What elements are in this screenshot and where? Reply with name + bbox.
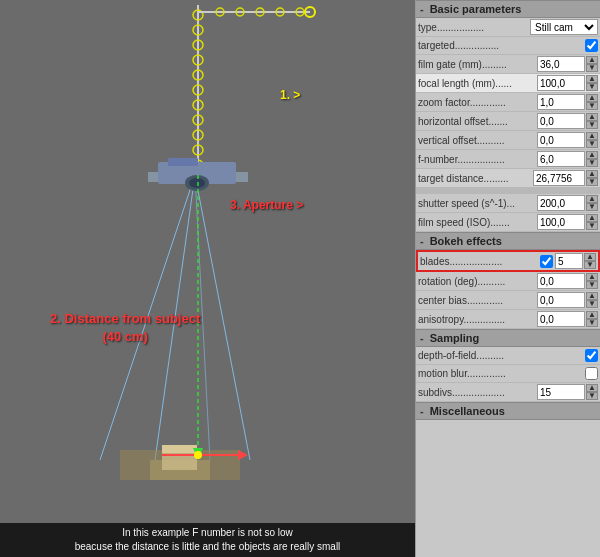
subdivs-spinner: ▲ ▼ [586, 384, 598, 400]
anisotropy-input[interactable] [537, 311, 585, 327]
svg-point-18 [216, 8, 224, 16]
filmspeed-spinner: ▲ ▼ [586, 214, 598, 230]
svg-point-22 [296, 8, 304, 16]
svg-marker-35 [238, 450, 248, 460]
svg-point-20 [256, 8, 264, 16]
svg-point-9 [193, 55, 203, 65]
svg-point-13 [193, 115, 203, 125]
param-targeted-row: targeted................ [416, 37, 600, 55]
bokeh-header: - Bokeh effects [416, 232, 600, 250]
param-rotation-row: rotation (deg).......... ▲ ▼ [416, 272, 600, 291]
filmgate-spin-down[interactable]: ▼ [586, 64, 598, 72]
anisotropy-spin-down[interactable]: ▼ [586, 319, 598, 327]
blades-spinner: ▲ ▼ [584, 253, 596, 269]
param-targetdist-row: target distance......... ▲ ▼ [416, 169, 600, 188]
blades-checkbox[interactable] [540, 255, 553, 268]
subdivs-spin-down[interactable]: ▼ [586, 392, 598, 400]
rotation-input[interactable] [537, 273, 585, 289]
fnumber-spin-down[interactable]: ▼ [586, 159, 598, 167]
collapse-sampling-icon[interactable]: - [420, 332, 424, 344]
param-fnumber-value: ▲ ▼ [537, 151, 598, 167]
annotation-2: 2. Distance from subject (40 cm) [50, 310, 200, 346]
collapse-basic-icon[interactable]: - [420, 3, 424, 15]
param-shutter-label: shutter speed (s^-1)... [418, 198, 537, 209]
param-targetdist-value: ▲ ▼ [533, 170, 598, 186]
param-anisotropy-row: anisotropy............... ▲ ▼ [416, 310, 600, 329]
voffset-spin-down[interactable]: ▼ [586, 140, 598, 148]
centerbias-spinner: ▲ ▼ [586, 292, 598, 308]
svg-point-16 [193, 160, 203, 170]
hoffset-spin-down[interactable]: ▼ [586, 121, 598, 129]
focallength-spin-down[interactable]: ▼ [586, 83, 598, 91]
filmspeed-input[interactable] [537, 214, 585, 230]
param-zoom-label: zoom factor............. [418, 97, 537, 108]
rotation-spin-down[interactable]: ▼ [586, 281, 598, 289]
param-motionblur-label: motion blur.............. [418, 368, 585, 379]
param-type-row: type................. Still cam Movie ca… [416, 18, 600, 37]
svg-point-36 [194, 451, 202, 459]
caption: In this example F number is not so low b… [0, 523, 415, 557]
param-voffset-value: ▲ ▼ [537, 132, 598, 148]
shutter-spin-down[interactable]: ▼ [586, 203, 598, 211]
voffset-input[interactable] [537, 132, 585, 148]
targetdist-spin-down[interactable]: ▼ [586, 178, 598, 186]
param-hoffset-value: ▲ ▼ [537, 113, 598, 129]
sampling-header: - Sampling [416, 329, 600, 347]
param-filmspeed-value: ▲ ▼ [537, 214, 598, 230]
collapse-bokeh-icon[interactable]: - [420, 235, 424, 247]
type-dropdown[interactable]: Still cam Movie cam [530, 19, 598, 35]
fnumber-input[interactable] [537, 151, 585, 167]
param-centerbias-value: ▲ ▼ [537, 292, 598, 308]
svg-point-12 [193, 100, 203, 110]
voffset-spinner: ▲ ▼ [586, 132, 598, 148]
motionblur-checkbox[interactable] [585, 367, 598, 380]
param-anisotropy-value: ▲ ▼ [537, 311, 598, 327]
targeted-checkbox[interactable] [585, 39, 598, 52]
svg-marker-33 [193, 448, 203, 460]
param-dof-row: depth-of-field.......... [416, 347, 600, 365]
targetdist-input[interactable] [533, 170, 585, 186]
basic-params-header: - Basic parameters [416, 0, 600, 18]
hoffset-input[interactable] [537, 113, 585, 129]
zoom-spinner: ▲ ▼ [586, 94, 598, 110]
param-type-label: type................. [418, 22, 530, 33]
param-dof-value [585, 349, 598, 362]
annotation-3: 3. Aperture > [230, 198, 303, 212]
svg-point-21 [276, 8, 284, 16]
blades-input[interactable] [555, 253, 583, 269]
param-filmspeed-label: film speed (ISO)....... [418, 217, 537, 228]
svg-point-8 [193, 40, 203, 50]
param-centerbias-label: center bias............. [418, 295, 537, 306]
centerbias-input[interactable] [537, 292, 585, 308]
svg-point-11 [193, 85, 203, 95]
focallength-input[interactable] [537, 75, 585, 91]
rotation-spinner: ▲ ▼ [586, 273, 598, 289]
param-rotation-label: rotation (deg).......... [418, 276, 537, 287]
svg-rect-29 [150, 460, 210, 480]
svg-point-6 [193, 10, 203, 20]
bokeh-title: Bokeh effects [430, 235, 502, 247]
subdivs-input[interactable] [537, 384, 585, 400]
centerbias-spin-down[interactable]: ▼ [586, 300, 598, 308]
svg-point-14 [193, 130, 203, 140]
collapse-misc-icon[interactable]: - [420, 405, 424, 417]
param-subdivs-label: subdivs................... [418, 387, 537, 398]
dof-checkbox[interactable] [585, 349, 598, 362]
param-voffset-label: vertical offset.......... [418, 135, 537, 146]
filmspeed-spin-down[interactable]: ▼ [586, 222, 598, 230]
param-targeted-label: targeted................ [418, 40, 585, 51]
param-fnumber-row: f-number................. ▲ ▼ [416, 150, 600, 169]
zoom-input[interactable] [537, 94, 585, 110]
svg-rect-25 [168, 158, 198, 166]
shutter-input[interactable] [537, 195, 585, 211]
param-zoom-value: ▲ ▼ [537, 94, 598, 110]
param-focallength-row: focal length (mm)...... ▲ ▼ [416, 74, 600, 93]
param-rotation-value: ▲ ▼ [537, 273, 598, 289]
blades-spin-down[interactable]: ▼ [584, 261, 596, 269]
param-voffset-row: vertical offset.......... ▲ ▼ [416, 131, 600, 150]
svg-point-7 [193, 25, 203, 35]
param-shutter-value: ▲ ▼ [537, 195, 598, 211]
svg-point-27 [189, 178, 205, 188]
filmgate-input[interactable] [537, 56, 585, 72]
zoom-spin-down[interactable]: ▼ [586, 102, 598, 110]
